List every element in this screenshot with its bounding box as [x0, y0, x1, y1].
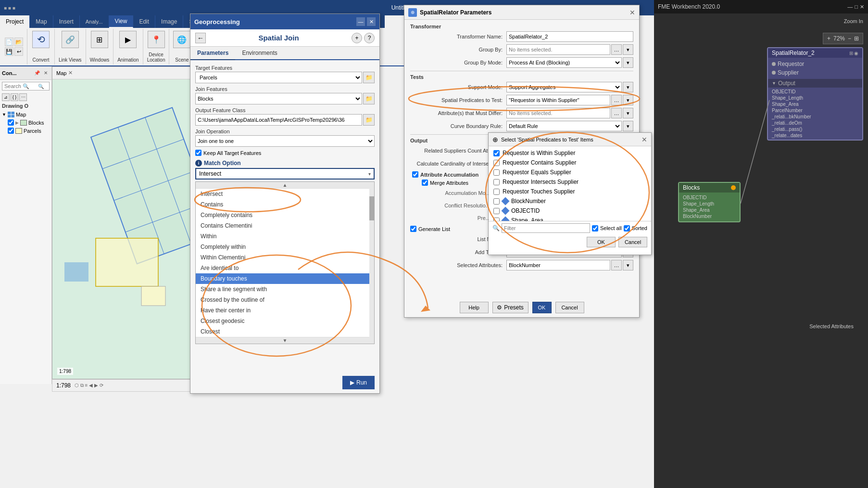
sp-checkbox-1[interactable]: [493, 150, 500, 156]
support-mode-arrow-btn[interactable]: ▾: [623, 82, 633, 92]
geo-minimize-btn[interactable]: —: [356, 17, 365, 26]
tab-edit[interactable]: Edit: [133, 15, 155, 28]
match-option-dropdown-trigger[interactable]: Intersect ▾: [195, 168, 375, 180]
save-icon[interactable]: 💾: [5, 47, 13, 56]
windows-icon[interactable]: ⊞: [91, 31, 108, 48]
new-icon[interactable]: 📄: [5, 38, 13, 46]
map-canvas[interactable]: 1:798: [52, 79, 191, 379]
geo-help-btn[interactable]: +: [352, 33, 362, 43]
pin-btn[interactable]: 📌: [33, 69, 41, 77]
sp-checkbox-2[interactable]: [493, 160, 500, 166]
group-by-mode-select[interactable]: Process At End (Blocking): [506, 57, 622, 68]
sp-filter-input[interactable]: [502, 223, 590, 233]
sp-checkbox-8[interactable]: [493, 218, 500, 221]
sp-cancel-btn[interactable]: Cancel: [618, 237, 647, 247]
dropdown-item-center-in[interactable]: Have their center in: [196, 305, 374, 316]
dropdown-item-closest[interactable]: Closest: [196, 326, 374, 337]
attrs-differ-input[interactable]: [506, 108, 610, 118]
undo-icon[interactable]: ↩: [14, 47, 23, 56]
tab-view[interactable]: View: [109, 15, 134, 28]
sp-select-all-checkbox[interactable]: [592, 225, 598, 231]
dropdown-item-contains-clementini[interactable]: Contains Clementini: [196, 220, 374, 231]
attrs-differ-btn2[interactable]: ▾: [623, 108, 633, 118]
dropdown-item-intersect[interactable]: Intersect: [196, 189, 374, 199]
geo-tab-parameters[interactable]: Parameters: [190, 47, 235, 60]
tree-item-map[interactable]: ▼ Map: [0, 111, 51, 118]
scroll-down-btn[interactable]: ▼: [196, 337, 374, 344]
dropdown-item-boundary-touches[interactable]: Boundary touches: [196, 273, 374, 284]
spatial-predicates-input[interactable]: [506, 95, 610, 105]
tab-analysis[interactable]: Analy...: [80, 15, 109, 28]
selected-attrs-btn1[interactable]: …: [611, 260, 622, 270]
tab-image[interactable]: Image: [155, 15, 183, 28]
dropdown-item-share-line[interactable]: Share a line segment with: [196, 284, 374, 295]
open-icon[interactable]: 📂: [14, 38, 23, 46]
generate-list-checkbox[interactable]: [410, 226, 416, 232]
sr-ok-btn[interactable]: OK: [532, 302, 552, 313]
spatial-predicates-btn1[interactable]: …: [611, 95, 622, 105]
search-input[interactable]: [4, 83, 38, 89]
sp-checkbox-7[interactable]: [493, 208, 500, 214]
support-mode-select[interactable]: Support Aggregates: [506, 82, 622, 92]
blocks-checkbox[interactable]: [8, 119, 14, 126]
target-features-select[interactable]: Parcels: [195, 72, 362, 83]
fme-minimize-btn[interactable]: —: [847, 4, 853, 10]
parcels-checkbox[interactable]: [8, 128, 14, 134]
sr-presets-btn[interactable]: ⚙ Presets: [492, 302, 528, 313]
zoom-reset-btn[interactable]: ⊞: [854, 35, 859, 42]
tree-item-blocks[interactable]: ▶ Blocks: [0, 118, 51, 127]
curve-boundary-arrow-btn[interactable]: ▾: [623, 121, 633, 131]
keep-all-checkbox[interactable]: [195, 150, 201, 156]
convert-icon[interactable]: ⟲: [32, 31, 50, 48]
sp-checkbox-6[interactable]: [493, 198, 500, 205]
curve-boundary-select[interactable]: Default Rule: [506, 121, 622, 131]
selected-attributes-input[interactable]: [506, 260, 610, 270]
fme-maximize-btn[interactable]: □: [855, 4, 858, 10]
sp-checkbox-4[interactable]: [493, 179, 500, 185]
dropdown-item-contains[interactable]: Contains: [196, 199, 374, 210]
tab-map[interactable]: Map: [30, 15, 53, 28]
spatial-predicates-btn2[interactable]: ▾: [623, 95, 633, 105]
sr-cancel-btn[interactable]: Cancel: [555, 302, 584, 313]
join-operation-select[interactable]: Join one to one: [195, 135, 375, 147]
attr-accumulation-checkbox[interactable]: [412, 171, 418, 178]
zoom-out-btn[interactable]: −: [848, 35, 851, 42]
output-fc-input[interactable]: [195, 114, 362, 126]
geo-tab-environments[interactable]: Environments: [235, 47, 284, 59]
group-by-btn2[interactable]: ▾: [623, 44, 633, 55]
back-btn[interactable]: ←: [195, 33, 206, 43]
sp-ok-btn[interactable]: OK: [587, 237, 616, 247]
dropdown-item-completely-contains[interactable]: Completely contains: [196, 210, 374, 220]
map-tab-close-icon[interactable]: ✕: [68, 70, 73, 76]
zoom-in-btn[interactable]: +: [827, 35, 830, 42]
attrs-differ-btn1[interactable]: …: [611, 108, 622, 118]
dropdown-item-within-clementini[interactable]: Within Clementini: [196, 252, 374, 263]
sp-checkbox-3[interactable]: [493, 169, 500, 176]
sp-sorted-checkbox[interactable]: [624, 225, 630, 231]
group-by-mode-arrow-btn[interactable]: ▾: [623, 57, 633, 68]
dropdown-item-crossed-outline[interactable]: Crossed by the outline of: [196, 295, 374, 305]
fme-close-btn[interactable]: ✕: [860, 4, 864, 10]
join-features-select[interactable]: Blocks: [195, 93, 362, 104]
output-fc-folder-btn[interactable]: 📁: [363, 114, 375, 126]
sr-help-btn[interactable]: Help: [460, 302, 489, 313]
scroll-up-btn[interactable]: ▲: [196, 182, 374, 189]
device-location-icon[interactable]: 📍: [148, 31, 165, 48]
options-btn[interactable]: ⋯: [19, 93, 27, 101]
target-features-folder-btn[interactable]: 📁: [363, 72, 375, 83]
tab-project[interactable]: Project: [0, 15, 30, 28]
group-by-btn1[interactable]: …: [611, 44, 622, 55]
run-btn[interactable]: ▶ Run: [342, 376, 375, 389]
sp-checkbox-5[interactable]: [493, 189, 500, 195]
geo-question-btn[interactable]: ?: [364, 33, 375, 43]
dropdown-item-within[interactable]: Within: [196, 231, 374, 242]
dropdown-item-completely-within[interactable]: Completely within: [196, 242, 374, 252]
selected-attrs-btn2[interactable]: ▾: [623, 260, 633, 270]
filter-btn[interactable]: ⊿: [2, 93, 10, 101]
sp-popup-close-btn[interactable]: ✕: [642, 136, 647, 143]
link-icon[interactable]: 🔗: [62, 31, 79, 48]
sr-panel-close-btn[interactable]: ✕: [629, 9, 635, 16]
dropdown-scrollbar[interactable]: [369, 182, 374, 344]
transformer-name-input[interactable]: [506, 31, 633, 42]
contents-close-btn[interactable]: ✕: [42, 69, 50, 77]
